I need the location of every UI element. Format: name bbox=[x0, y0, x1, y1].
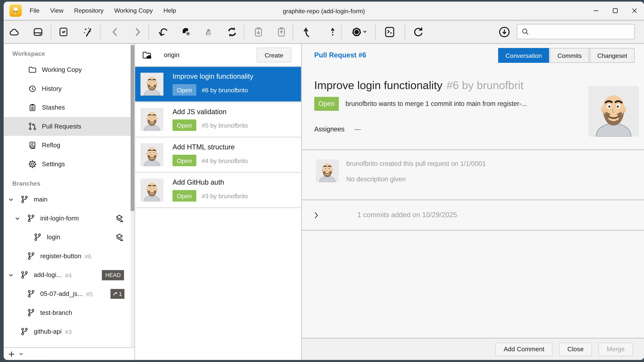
close-icon bbox=[632, 8, 637, 13]
close-pr-button[interactable]: Close bbox=[559, 343, 592, 356]
menu-working-copy[interactable]: Working Copy bbox=[109, 2, 158, 20]
pr-detail-panel: Pull Request #6 Conversation Commits Cha… bbox=[302, 44, 644, 360]
pr-list-item[interactable]: Add JS validation Open #5 by brunofbrito bbox=[135, 102, 301, 137]
tab-commits[interactable]: Commits bbox=[550, 48, 589, 63]
ahead-count: 1 bbox=[119, 291, 122, 297]
refresh-button[interactable] bbox=[412, 26, 424, 38]
branch-row-add-login-form[interactable]: add-logi... #4 HEAD bbox=[4, 266, 134, 284]
menu-file[interactable]: File bbox=[24, 2, 45, 20]
branch-label: init-login-form bbox=[40, 215, 79, 222]
menu-view[interactable]: View bbox=[45, 2, 69, 20]
branch-row-github-api[interactable]: github-api #3 bbox=[4, 322, 134, 341]
account-button[interactable] bbox=[351, 26, 368, 38]
app-icon bbox=[10, 4, 22, 17]
branch-row-init-login-form[interactable]: init-login-form bbox=[4, 209, 134, 228]
maximize-button[interactable] bbox=[606, 2, 625, 20]
open-repo-button[interactable] bbox=[58, 26, 69, 37]
assignees-value: — bbox=[354, 126, 361, 133]
description-line: No description given bbox=[346, 176, 486, 183]
merge-button-toolbar[interactable] bbox=[302, 26, 314, 38]
sidebar-scrollbar[interactable] bbox=[130, 44, 134, 347]
create-pr-button[interactable]: Create bbox=[257, 48, 291, 62]
push-button[interactable] bbox=[202, 26, 214, 38]
pr-list-item[interactable]: Add HTML structure Open #4 by brunofbrit… bbox=[135, 137, 301, 173]
sidebar-item-settings[interactable]: Settings bbox=[4, 155, 134, 174]
add-branch-menu-chevron[interactable] bbox=[19, 352, 24, 356]
title-bar: File View Repository Working Copy Help g… bbox=[4, 2, 644, 21]
merge-pr-button[interactable]: Merge bbox=[598, 343, 633, 356]
menu-help[interactable]: Help bbox=[158, 2, 182, 20]
sidebar-item-pull-requests[interactable]: Pull Requests bbox=[4, 117, 134, 136]
back-button[interactable] bbox=[110, 26, 120, 38]
add-comment-button[interactable]: Add Comment bbox=[496, 343, 552, 356]
cloud-button[interactable] bbox=[8, 26, 20, 37]
stash-apply-icon bbox=[252, 26, 264, 38]
toolbar-separator bbox=[375, 24, 376, 40]
chevron-down-icon[interactable] bbox=[8, 197, 14, 202]
branch-pr-number: #6 bbox=[84, 253, 92, 260]
add-branch-button[interactable] bbox=[8, 351, 15, 357]
sidebar-item-reflog[interactable]: Reflog bbox=[4, 136, 134, 155]
workspace-header: Workspace bbox=[12, 48, 134, 59]
rebase-button[interactable] bbox=[327, 26, 338, 38]
pr-detail-tabs: Conversation Commits Changeset bbox=[498, 48, 634, 63]
branch-row-main[interactable]: main bbox=[4, 190, 134, 209]
drive-button[interactable] bbox=[32, 26, 44, 37]
sync-button[interactable] bbox=[226, 26, 238, 38]
pr-list-item[interactable]: Improve login functionality Open #6 by b… bbox=[135, 67, 301, 102]
pr-status-row: Open brunofbrito wants to merge 1 commit… bbox=[314, 97, 632, 111]
pr-item-meta: #6 by brunofbrito bbox=[202, 86, 248, 93]
menu-repository[interactable]: Repository bbox=[69, 2, 109, 20]
sync-icon bbox=[226, 26, 238, 38]
pull-button[interactable] bbox=[180, 26, 192, 38]
head-badge: HEAD bbox=[102, 270, 124, 280]
pr-list-item[interactable]: Add GitHub auth Open #3 by brunofbrito bbox=[135, 173, 301, 208]
tab-changeset[interactable]: Changeset bbox=[590, 48, 634, 63]
chevron-down-icon[interactable] bbox=[8, 272, 14, 278]
branch-row-login[interactable]: login bbox=[4, 228, 134, 247]
search-input[interactable] bbox=[530, 25, 634, 39]
trophy-icon bbox=[11, 6, 20, 15]
magic-wand-button[interactable] bbox=[82, 26, 93, 38]
tab-conversation[interactable]: Conversation bbox=[498, 48, 549, 63]
sidebar-item-history[interactable]: History bbox=[4, 79, 134, 98]
minimize-button[interactable] bbox=[586, 2, 606, 20]
sidebar-item-working-copy[interactable]: Working Copy bbox=[4, 60, 134, 79]
refresh-icon bbox=[412, 26, 424, 38]
arrow-up-right-icon bbox=[113, 291, 118, 296]
close-button[interactable] bbox=[625, 2, 644, 20]
chevron-down-icon[interactable] bbox=[15, 216, 20, 221]
journal-icon bbox=[28, 141, 37, 150]
branch-row-test-branch[interactable]: test-branch bbox=[4, 303, 134, 322]
pr-item-text: Improve login functionality Open #6 by b… bbox=[172, 73, 253, 96]
pull-request-icon bbox=[28, 122, 37, 131]
rebase-icon bbox=[327, 26, 338, 38]
status-badge: Open bbox=[172, 155, 196, 166]
status-badge: Open bbox=[314, 97, 339, 111]
sidebar-item-label: Pull Requests bbox=[42, 123, 81, 130]
commits-group-row[interactable]: 1 commits added on 10/29/2025 bbox=[314, 200, 632, 230]
gear-icon bbox=[28, 160, 37, 169]
stash-apply-button[interactable] bbox=[252, 26, 264, 38]
branch-label: test-branch bbox=[40, 309, 72, 317]
download-button[interactable] bbox=[498, 26, 510, 38]
sidebar-scrollbar-thumb[interactable] bbox=[130, 45, 134, 211]
branches-header: Branches bbox=[12, 178, 134, 189]
terminal-button[interactable] bbox=[384, 26, 396, 38]
branch-row-05-07-add-js[interactable]: 05-07-add_js... #5 1 bbox=[4, 284, 134, 303]
pr-item-title: Add HTML structure bbox=[172, 143, 248, 151]
folder-icon bbox=[28, 65, 37, 74]
status-badge: Open bbox=[172, 84, 196, 96]
magic-wand-icon bbox=[82, 26, 93, 38]
pr-item-title: Improve login functionality bbox=[172, 73, 253, 81]
sidebar-item-stashes[interactable]: Stashes bbox=[4, 98, 134, 117]
stage: File View Repository Working Copy Help g… bbox=[0, 0, 644, 362]
forward-button[interactable] bbox=[132, 26, 143, 38]
stash-pop-button[interactable] bbox=[276, 26, 287, 38]
pr-item-title: Add GitHub auth bbox=[172, 179, 248, 187]
share-button[interactable] bbox=[158, 26, 170, 38]
toolbar-separator bbox=[148, 24, 149, 40]
branch-row-register-button[interactable]: register-button #6 bbox=[4, 247, 134, 266]
pr-title-row: Improve login functionality#6 by brunofb… bbox=[314, 79, 584, 92]
remote-folder-icon bbox=[142, 50, 152, 60]
